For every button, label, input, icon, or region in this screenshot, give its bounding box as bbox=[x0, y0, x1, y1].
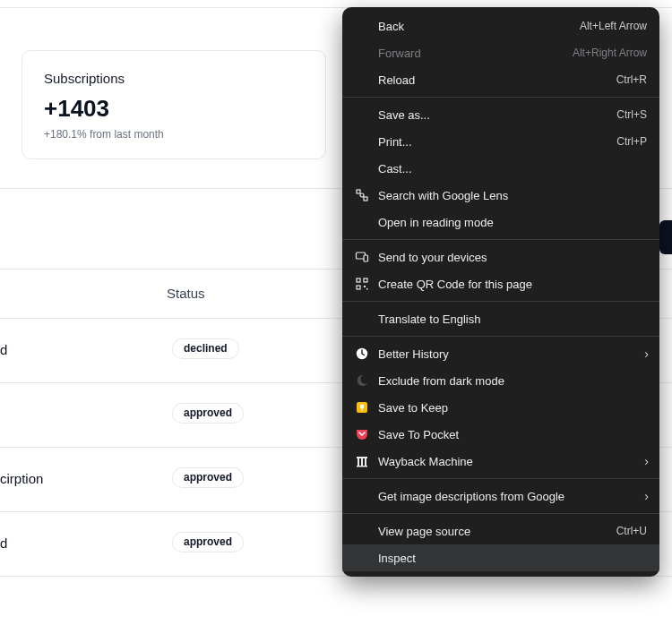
svg-rect-17 bbox=[365, 458, 366, 466]
ctx-save-as[interactable]: Save as... Ctrl+S bbox=[342, 101, 659, 128]
status-badge: declined bbox=[172, 338, 239, 359]
status-badge: approved bbox=[172, 532, 244, 552]
ctx-image-descriptions[interactable]: Get image descriptions from Google › bbox=[342, 483, 659, 509]
ctx-save-pocket[interactable]: Save To Pocket bbox=[342, 421, 659, 448]
ctx-item-label: Back bbox=[378, 20, 580, 33]
ctx-item-label: Exclude from dark mode bbox=[378, 374, 647, 388]
ctx-item-label: Reload bbox=[378, 73, 616, 87]
ctx-separator bbox=[342, 239, 659, 240]
ctx-item-shortcut: Alt+Left Arrow bbox=[580, 20, 647, 32]
ctx-item-label: Create QR Code for this page bbox=[378, 278, 647, 291]
lens-icon bbox=[355, 188, 378, 202]
ctx-item-label: Send to your devices bbox=[378, 251, 647, 264]
ctx-view-source[interactable]: View page source Ctrl+U bbox=[342, 518, 659, 544]
ctx-item-shortcut: Ctrl+P bbox=[616, 135, 647, 148]
ctx-item-shortcut: Alt+Right Arrow bbox=[573, 47, 647, 59]
ctx-exclude-dark-mode[interactable]: Exclude from dark mode bbox=[342, 367, 659, 394]
subscriptions-card: Subscriptions +1403 +180.1% from last mo… bbox=[22, 50, 326, 159]
side-tab-handle[interactable] bbox=[659, 220, 672, 254]
card-title: Subscriptions bbox=[44, 71, 304, 86]
ctx-separator bbox=[342, 513, 659, 514]
ctx-item-label: Open in reading mode bbox=[378, 216, 647, 229]
ctx-separator bbox=[342, 301, 659, 302]
ctx-item-label: Print... bbox=[378, 135, 616, 149]
ctx-item-label: Translate to English bbox=[378, 312, 647, 326]
ctx-item-label: Wayback Machine bbox=[378, 455, 647, 468]
ctx-item-label: Cast... bbox=[378, 162, 647, 175]
svg-rect-15 bbox=[358, 458, 359, 466]
clock-icon bbox=[355, 347, 378, 361]
devices-icon bbox=[355, 250, 378, 264]
ctx-save-keep[interactable]: Save to Keep bbox=[342, 394, 659, 421]
chevron-right-icon: › bbox=[644, 454, 649, 468]
svg-point-12 bbox=[360, 405, 365, 409]
ctx-translate[interactable]: Translate to English bbox=[342, 305, 659, 332]
ctx-forward: Forward Alt+Right Arrow bbox=[342, 39, 659, 66]
ctx-back[interactable]: Back Alt+Left Arrow bbox=[342, 13, 659, 39]
archive-icon bbox=[355, 454, 378, 468]
ctx-separator bbox=[342, 97, 659, 98]
ctx-item-label: Search with Google Lens bbox=[378, 189, 647, 202]
ctx-reading-mode[interactable]: Open in reading mode bbox=[342, 209, 659, 235]
ctx-print[interactable]: Print... Ctrl+P bbox=[342, 128, 659, 155]
svg-rect-14 bbox=[357, 457, 367, 458]
ctx-item-shortcut: Ctrl+U bbox=[616, 525, 647, 537]
chevron-right-icon: › bbox=[644, 347, 649, 361]
svg-rect-18 bbox=[357, 466, 367, 467]
ctx-item-shortcut: Ctrl+S bbox=[616, 108, 647, 121]
ctx-item-shortcut: Ctrl+R bbox=[616, 73, 647, 86]
row-description-fragment: cirption bbox=[0, 471, 43, 486]
svg-point-2 bbox=[360, 193, 364, 197]
svg-rect-13 bbox=[361, 408, 362, 411]
ctx-item-label: View page source bbox=[378, 525, 616, 538]
ctx-item-label: Save as... bbox=[378, 108, 616, 122]
svg-rect-1 bbox=[364, 197, 367, 201]
keep-icon bbox=[355, 400, 378, 415]
ctx-reload[interactable]: Reload Ctrl+R bbox=[342, 66, 659, 93]
row-description-fragment: d bbox=[0, 535, 7, 551]
svg-rect-0 bbox=[357, 190, 360, 193]
svg-rect-8 bbox=[364, 286, 366, 287]
svg-rect-9 bbox=[366, 288, 368, 290]
ctx-separator bbox=[342, 336, 659, 337]
ctx-qr-code[interactable]: Create QR Code for this page bbox=[342, 270, 659, 297]
status-badge: approved bbox=[172, 403, 244, 424]
ctx-item-label: Save to Keep bbox=[378, 401, 647, 415]
row-description-fragment: d bbox=[0, 342, 7, 357]
pocket-icon bbox=[355, 427, 378, 441]
ctx-separator bbox=[342, 478, 659, 479]
ctx-cast[interactable]: Cast... bbox=[342, 155, 659, 182]
ctx-better-history[interactable]: Better History › bbox=[342, 340, 659, 367]
moon-icon bbox=[355, 373, 378, 388]
svg-rect-5 bbox=[357, 278, 360, 282]
ctx-item-label: Forward bbox=[378, 47, 573, 60]
svg-rect-16 bbox=[361, 458, 363, 466]
qr-icon bbox=[355, 277, 378, 291]
ctx-inspect[interactable]: Inspect bbox=[342, 544, 659, 571]
ctx-item-label: Inspect bbox=[378, 552, 647, 565]
svg-rect-7 bbox=[357, 286, 360, 289]
ctx-google-lens[interactable]: Search with Google Lens bbox=[342, 182, 659, 209]
ctx-send-devices[interactable]: Send to your devices bbox=[342, 244, 659, 270]
svg-rect-4 bbox=[364, 255, 368, 261]
card-value: +1403 bbox=[44, 95, 304, 123]
svg-rect-6 bbox=[364, 278, 367, 282]
ctx-item-label: Save To Pocket bbox=[378, 428, 647, 441]
status-badge: approved bbox=[172, 467, 244, 488]
status-column-header: Status bbox=[167, 286, 205, 301]
ctx-item-label: Get image descriptions from Google bbox=[378, 490, 647, 503]
ctx-wayback[interactable]: Wayback Machine › bbox=[342, 448, 659, 475]
ctx-item-label: Better History bbox=[378, 347, 647, 361]
browser-context-menu: Back Alt+Left Arrow Forward Alt+Right Ar… bbox=[342, 7, 659, 577]
card-subtext: +180.1% from last month bbox=[44, 128, 304, 141]
chevron-right-icon: › bbox=[644, 489, 649, 503]
